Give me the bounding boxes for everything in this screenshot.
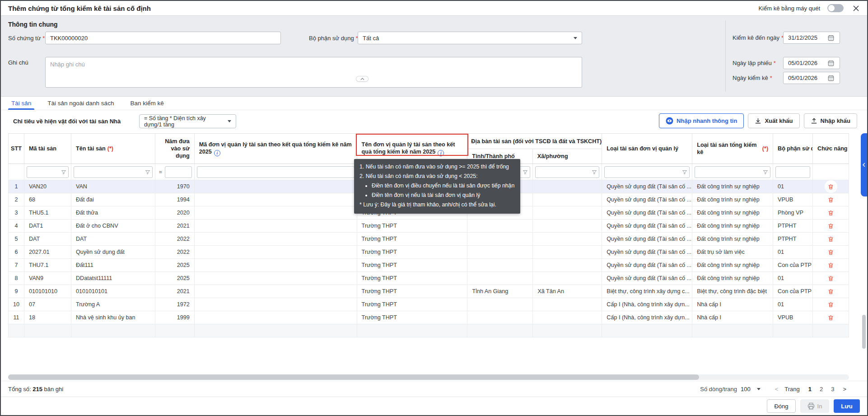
header-xa-phuong[interactable]: Xã/phường [533, 149, 602, 164]
cell-ten-don-vi[interactable]: Trường THPT [357, 298, 468, 311]
cell-ten-tai-san[interactable]: DAT [71, 233, 155, 246]
cell-nam[interactable]: 2021 [155, 220, 195, 233]
calendar-icon[interactable] [828, 35, 834, 41]
table-row[interactable]: 5 DAT DAT 2022 Trường THPT Quyền sử dụng… [8, 233, 849, 246]
cell-nam[interactable]: 1994 [155, 193, 195, 206]
cell-loai-dvql[interactable]: Quyền sử dụng đất (Tài sản cố ... [602, 220, 692, 233]
cell-loai-dvql[interactable]: Quyền sử dụng đất (Tài sản cố ... [602, 193, 692, 206]
tab-tai-san[interactable]: Tài sản [8, 97, 34, 110]
cell-nam[interactable]: 2020 [155, 206, 195, 220]
cell-ma-don-vi[interactable] [195, 324, 357, 337]
cell-ten-tai-san[interactable]: Nhà vệ sinh khu ủy ban [71, 311, 155, 324]
cell-loai-dvql[interactable]: Biệt thự, công trình xây dựng c... [602, 285, 692, 298]
cell-loai-dvql[interactable]: Quyền sử dụng đất (Tài sản cố ... [602, 233, 692, 246]
cell-xa[interactable] [533, 324, 602, 337]
info-icon[interactable]: i [438, 150, 444, 156]
cell-nam[interactable]: 2022 [155, 233, 195, 246]
table-row[interactable]: 9 010101010 0101010101 2021 Trường THPT … [8, 285, 849, 298]
cell-loai-tkk[interactable]: Đất công trình sự nghiệp [692, 272, 773, 285]
cell-tinh[interactable] [467, 259, 533, 272]
info-icon[interactable]: i [214, 150, 220, 156]
cell-tinh[interactable] [467, 324, 533, 337]
calendar-icon[interactable] [828, 60, 834, 66]
cell-tinh[interactable] [467, 311, 533, 324]
cell-ma-don-vi[interactable] [195, 180, 357, 193]
cell-bo-phan[interactable] [773, 324, 813, 337]
cell-nam[interactable]: 1970 [155, 180, 195, 193]
delete-row-button[interactable] [825, 272, 837, 284]
vertical-scrollbar-thumb[interactable] [862, 315, 866, 349]
scan-toggle[interactable] [827, 4, 844, 12]
cell-loai-dvql[interactable]: Cấp I (Nhà, công trình xây dựn... [602, 311, 692, 324]
cell-loai-dvql[interactable] [602, 324, 692, 337]
delete-row-button[interactable] [825, 312, 837, 323]
close-button[interactable] [851, 3, 861, 13]
cell-loai-tkk[interactable]: Đất công trình sự nghiệp [692, 233, 773, 246]
cell-ma-tai-san[interactable]: DAT [24, 233, 71, 246]
cell-bo-phan[interactable]: 01 [773, 298, 813, 311]
prev-page-button[interactable]: < [772, 386, 781, 393]
cell-ma-tai-san[interactable] [24, 324, 71, 337]
cell-loai-dvql[interactable]: Cấp I (Nhà, công trình xây dựn... [602, 298, 692, 311]
cell-nam[interactable]: 1999 [155, 311, 195, 324]
cell-bo-phan[interactable]: 01 [773, 272, 813, 285]
cell-ma-tai-san[interactable]: 68 [24, 193, 71, 206]
cell-ma-tai-san[interactable]: THU7.1 [24, 259, 71, 272]
header-loai-tai-san-dvql[interactable]: Loại tài sản đơn vị quản lý [602, 134, 692, 164]
filter-ma-don-vi-input[interactable] [199, 169, 352, 175]
cell-xa[interactable] [533, 298, 602, 311]
delete-row-button[interactable] [825, 233, 837, 245]
cell-ma-don-vi[interactable] [195, 206, 357, 220]
cell-ten-tai-san[interactable]: VAN [71, 180, 155, 193]
cell-ma-tai-san[interactable]: THU5.1 [24, 206, 71, 220]
cell-ma-tai-san[interactable]: 18 [24, 311, 71, 324]
inventory-date-input[interactable] [788, 75, 828, 81]
collapse-form-button[interactable] [356, 76, 369, 82]
filter-icon[interactable] [523, 169, 528, 175]
delete-row-button[interactable] [825, 194, 837, 206]
filter-nam-input[interactable] [167, 169, 190, 175]
delete-row-button[interactable] [825, 285, 837, 297]
cell-ma-don-vi[interactable] [195, 272, 357, 285]
cell-ma-tai-san[interactable]: DAT1 [24, 220, 71, 233]
cell-loai-tkk[interactable]: Biệt thự, công trình đặc biệt [692, 285, 773, 298]
cell-bo-phan[interactable]: Phòng VP [773, 206, 813, 220]
delete-row-button[interactable] [825, 246, 837, 258]
filter-icon[interactable] [682, 169, 687, 175]
cell-ten-don-vi[interactable]: Trường THPT [357, 311, 468, 324]
table-row[interactable]: 8 VAN9 DDatatst11111 2025 Trường THPT Qu… [8, 272, 849, 285]
cell-xa[interactable] [533, 311, 602, 324]
using-department-select[interactable]: Tất cả [358, 32, 582, 44]
cell-xa[interactable] [533, 246, 602, 259]
created-date-input[interactable] [788, 60, 828, 66]
horizontal-scrollbar-thumb[interactable] [8, 374, 699, 380]
cell-bo-phan[interactable]: PTPHT [773, 233, 813, 246]
cell-bo-phan[interactable]: VPUB [773, 193, 813, 206]
cell-tinh[interactable] [467, 272, 533, 285]
horizontal-scrollbar[interactable] [8, 374, 849, 380]
cell-ma-tai-san[interactable]: VAN20 [24, 180, 71, 193]
cell-ten-tai-san[interactable]: Quyền sử dụng đất [71, 246, 155, 259]
cell-loai-tkk[interactable]: Đất trụ sở làm việc [692, 246, 773, 259]
cell-ma-don-vi[interactable] [195, 259, 357, 272]
filter-icon[interactable] [763, 169, 768, 175]
cell-bo-phan[interactable]: VPUB [773, 311, 813, 324]
filter-xa-input[interactable] [537, 169, 592, 175]
cell-ten-tai-san[interactable]: 0101010101 [71, 285, 155, 298]
page-number-1[interactable]: 1 [806, 386, 814, 393]
side-panel-toggle[interactable] [861, 133, 867, 196]
cell-loai-tkk[interactable]: Đất công trình sự nghiệp [692, 220, 773, 233]
note-input[interactable] [45, 57, 582, 88]
export-button[interactable]: Xuất khẩu [748, 113, 799, 128]
cell-ma-don-vi[interactable] [195, 220, 357, 233]
table-row[interactable]: 4 DAT1 Đất ở cho CBNV 2021 Trường THPT Q… [8, 220, 849, 233]
delete-row-button[interactable] [825, 299, 837, 310]
cell-nam[interactable]: 2025 [155, 259, 195, 272]
equals-operator[interactable]: = [158, 169, 163, 175]
cell-ten-don-vi[interactable]: Trường THPT [357, 285, 468, 298]
calendar-icon[interactable] [828, 75, 834, 81]
cell-tinh[interactable] [467, 246, 533, 259]
cell-loai-tkk[interactable] [692, 324, 773, 337]
cell-ma-tai-san[interactable]: VAN9 [24, 272, 71, 285]
cell-xa[interactable] [533, 233, 602, 246]
